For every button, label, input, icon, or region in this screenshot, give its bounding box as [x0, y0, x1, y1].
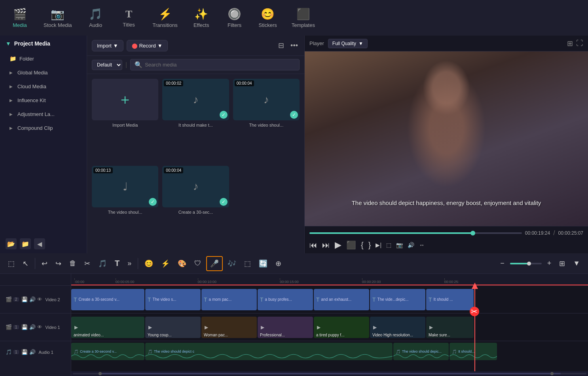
- nav-templates[interactable]: ⬛ Templates: [285, 4, 321, 31]
- grid-layout-button[interactable]: ⊞: [556, 257, 568, 270]
- color-button[interactable]: 🎨: [175, 257, 190, 270]
- text-clip-7[interactable]: T It should ...: [426, 289, 474, 310]
- sidebar-item-compound-clip[interactable]: ▶ Compound Clip: [0, 121, 87, 135]
- text-clip-6[interactable]: T The vide...depic...: [370, 289, 425, 310]
- speed-button[interactable]: ⚡: [158, 257, 173, 270]
- video2-save-icon[interactable]: 💾: [21, 296, 28, 302]
- snapshot-button[interactable]: 📷: [396, 242, 403, 248]
- undo-button[interactable]: ↩: [38, 257, 51, 270]
- step-back-button[interactable]: ⏮: [309, 241, 317, 250]
- audio-clip-button[interactable]: 🎵: [95, 257, 110, 270]
- sidebar-item-influence-kit[interactable]: ▶ Influence Kit: [0, 93, 87, 107]
- select-tool-button[interactable]: ⬚: [5, 257, 18, 270]
- audio1-volume-icon[interactable]: 🔊: [29, 349, 36, 355]
- more-options-button[interactable]: •••: [289, 40, 300, 51]
- media-thumb-clip4[interactable]: 00:00:04 ♪ ✓: [162, 166, 229, 207]
- out-point-button[interactable]: }: [368, 241, 371, 250]
- audio-clip-2[interactable]: 🎵 The video should depict c: [145, 343, 393, 360]
- nav-filters[interactable]: 🔘 Filters: [219, 4, 250, 31]
- video1-volume-icon[interactable]: 🔊: [29, 324, 36, 330]
- audio-clip-3[interactable]: 🎵 The video should depic...: [393, 343, 449, 360]
- nav-transitions[interactable]: ⚡ Transitions: [146, 4, 184, 31]
- expand-tracks-button[interactable]: ▼: [570, 257, 583, 270]
- text-clip-5[interactable]: T and an exhaust...: [314, 289, 369, 310]
- redo-button[interactable]: ↪: [52, 257, 64, 270]
- nav-audio[interactable]: 🎵 Audio: [80, 4, 112, 31]
- video-clip-2[interactable]: ▶ Young coup...: [145, 317, 201, 338]
- frame-back-button[interactable]: ⏭: [322, 241, 330, 250]
- delete-button[interactable]: 🗑: [66, 257, 80, 270]
- video-clip-6[interactable]: ▶ Video High resolution...: [370, 317, 425, 338]
- media-item-clip4[interactable]: 00:00:04 ♪ ✓ Create a 30-sec...: [162, 166, 229, 249]
- video2-eye-icon[interactable]: 👁: [37, 296, 42, 302]
- search-input[interactable]: [145, 62, 295, 68]
- loop-button[interactable]: 🔄: [256, 257, 271, 270]
- zoom-in-button[interactable]: +: [544, 257, 555, 270]
- media-thumb-clip1[interactable]: 00:00:02 ♪ ✓: [162, 79, 229, 120]
- expand-icon[interactable]: ⛶: [576, 39, 583, 48]
- media-thumb-clip3[interactable]: 00:00:13 ♩ ✓: [92, 166, 158, 207]
- text-button[interactable]: T: [112, 256, 123, 270]
- playback-speed-button[interactable]: ▶|: [376, 242, 381, 248]
- video-clip-7[interactable]: ▶ Make sure...: [426, 317, 474, 338]
- sidebar-item-cloud-media[interactable]: ▶ Cloud Media: [0, 80, 87, 93]
- play-button[interactable]: ▶: [335, 240, 341, 250]
- text-clip-4[interactable]: T a busy profes...: [258, 289, 313, 310]
- settings-button[interactable]: ↔: [419, 242, 425, 248]
- text-clip-2[interactable]: T The video s...: [145, 289, 201, 310]
- move-tool-button[interactable]: ↖: [19, 257, 32, 270]
- volume-button[interactable]: 🔊: [408, 242, 414, 248]
- text-clip-3[interactable]: T a mom pac...: [201, 289, 257, 310]
- split-button[interactable]: ⬚: [241, 257, 254, 270]
- audio2-button[interactable]: 🎶: [224, 257, 239, 270]
- import-button[interactable]: Import ▼: [92, 40, 123, 51]
- progress-bar[interactable]: [309, 232, 522, 234]
- nav-stock-media[interactable]: 📷 Stock Media: [37, 4, 78, 31]
- media-item-clip3[interactable]: 00:00:13 ♩ ✓ The video shoul...: [92, 166, 158, 249]
- nav-media[interactable]: 🎬 Media: [4, 4, 36, 31]
- text-clip-1[interactable]: T Create a 30-second v...: [71, 289, 144, 310]
- face-button[interactable]: 😊: [141, 257, 156, 270]
- nav-effects[interactable]: ✨ Effects: [186, 4, 217, 31]
- full-screen-button[interactable]: ⬚: [386, 242, 391, 248]
- record-tool-button[interactable]: 🎤: [206, 256, 223, 271]
- video1-eye-icon[interactable]: 👁: [37, 324, 42, 330]
- grid-view-icon[interactable]: ⊞: [567, 39, 573, 48]
- media-item-clip2[interactable]: 00:00:04 ♪ ✓ The video shoul...: [233, 79, 300, 162]
- audio-clip-4[interactable]: 🎵 It should...: [450, 343, 497, 360]
- video1-save-icon[interactable]: 💾: [21, 324, 28, 330]
- sidebar-footer-btn1[interactable]: 📂: [6, 238, 17, 249]
- nav-titles[interactable]: T Titles: [113, 5, 145, 31]
- scroll-left-thumb[interactable]: [99, 372, 102, 375]
- snap-button[interactable]: ⊕: [272, 257, 285, 270]
- zoom-out-button[interactable]: −: [497, 257, 508, 270]
- in-point-button[interactable]: {: [361, 241, 364, 250]
- video-clip-1[interactable]: ▶ animated video...: [71, 317, 144, 338]
- nav-stickers[interactable]: 😊 Stickers: [252, 4, 284, 31]
- sidebar-item-adjustment-layer[interactable]: ▶ Adjustment La...: [0, 107, 87, 121]
- quality-select[interactable]: Full Quality ▼: [328, 39, 368, 48]
- media-item-clip1[interactable]: 00:00:02 ♪ ✓ It should make t...: [162, 79, 229, 162]
- media-thumb-clip2[interactable]: 00:00:04 ♪ ✓: [233, 79, 300, 120]
- sidebar-footer-btn2[interactable]: 📁: [20, 238, 31, 249]
- video-clip-5[interactable]: ▶ a tired puppy f...: [314, 317, 369, 338]
- stop-button[interactable]: ⬛: [346, 240, 356, 250]
- zoom-slider[interactable]: [510, 263, 542, 264]
- import-media-item[interactable]: ＋ Import Media: [92, 79, 158, 162]
- record-button[interactable]: ⬤ Record ▼: [127, 40, 168, 51]
- default-select[interactable]: Default: [92, 60, 122, 70]
- cut-button[interactable]: ✂: [81, 257, 93, 270]
- audio1-save-icon[interactable]: 💾: [21, 349, 28, 355]
- sidebar-item-global-media[interactable]: ▶ Global Media: [0, 66, 87, 80]
- filter-icon-button[interactable]: ⊟: [277, 40, 286, 51]
- sidebar-item-folder[interactable]: 📁 Folder: [0, 51, 87, 66]
- video-clip-3[interactable]: ▶ Woman pac...: [201, 317, 257, 338]
- scroll-right-thumb[interactable]: [550, 372, 554, 375]
- timeline-scrollbar[interactable]: [71, 371, 588, 376]
- import-media-thumb[interactable]: ＋: [92, 79, 158, 120]
- audio-clip-1[interactable]: 🎵 Create a 30-second v...: [71, 343, 144, 360]
- video-clip-4[interactable]: ▶ Professional...: [258, 317, 313, 338]
- sidebar-collapse-btn[interactable]: ◀: [34, 238, 45, 249]
- more-button[interactable]: »: [124, 257, 135, 270]
- mask-button[interactable]: 🛡: [191, 257, 205, 270]
